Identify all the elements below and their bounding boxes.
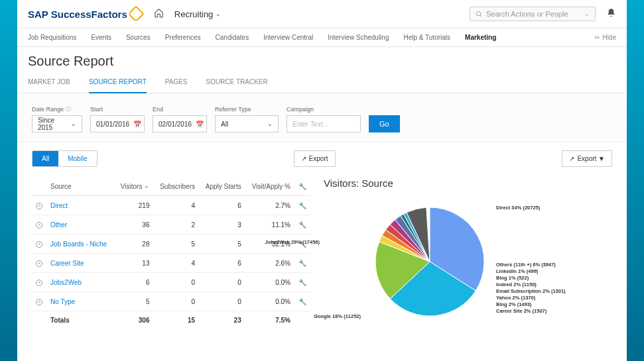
source-link[interactable]: No Type [46,292,115,311]
module-select[interactable]: Recruiting ⌄ [174,9,222,19]
chart-title: Visitors: Source [324,178,612,189]
notifications-icon[interactable] [606,8,616,21]
row-action[interactable]: 🔧 [294,215,310,234]
export-dropdown-button[interactable]: ↗ Export ▼ [562,150,612,167]
tab-source-report[interactable]: SOURCE REPORT [89,73,147,93]
global-header: SAP SuccessFactors Recruiting ⌄ Search A… [17,0,627,28]
col-source[interactable]: Source [46,178,115,196]
pill-all[interactable]: All [32,151,58,166]
row-action[interactable]: 🔧 [294,273,310,292]
cell-apply-starts: 5 [199,234,245,254]
expand-icon[interactable]: + [36,241,42,248]
totals-label: Totals [46,311,115,330]
collapse-icon [594,34,600,40]
source-link[interactable]: Jobs2Web [46,273,115,292]
cell-subscribers: 5 [153,234,199,254]
nav-marketing[interactable]: Marketing [465,34,496,41]
totals-apply-starts: 23 [199,311,245,330]
start-value: 01/01/2016 [96,121,129,128]
pie-label: Google 18% (11252) [314,313,361,319]
home-icon[interactable] [154,8,164,21]
col-visit-apply-pct[interactable]: Visit/Apply % [245,178,294,196]
logo-heart-icon [127,5,144,22]
col-subscribers[interactable]: Subscribers [153,178,199,196]
search-input[interactable]: Search Actions or People ⌄ [470,7,596,21]
pie-chart: Direct 34% (20725)Jobs2Web 29% (17456)Go… [324,195,576,341]
totals-pct: 7.5% [245,311,294,330]
row-action[interactable]: 🔧 [294,292,310,311]
cell-visitors: 36 [115,215,154,234]
cell-apply-starts: 3 [199,215,245,234]
source-link[interactable]: Job Boards - Niche [46,234,115,254]
pie-label: Direct 34% (20725) [496,205,540,211]
expand-icon[interactable]: + [36,260,42,267]
campaign-label: Campaign [287,106,361,113]
cell-apply-starts: 6 [199,254,245,273]
cell-subscribers: 0 [153,273,199,292]
go-button[interactable]: Go [369,115,400,132]
logo-text: SAP SuccessFactors [28,9,127,20]
table-row: +Other362311.1%🔧 [32,215,310,234]
device-filter: All Mobile [32,150,97,167]
cell-pct: 2.7% [245,196,294,215]
nav-candidates[interactable]: Candidates [216,34,249,41]
sub-tabs: MARKET JOB SOURCE REPORT PAGES SOURCE TR… [17,73,627,93]
top-nav: Job Requisitions Events Sources Preferen… [17,28,627,47]
referrer-type-select[interactable]: All ⌄ [215,115,279,132]
tab-source-tracker[interactable]: SOURCE TRACKER [206,73,268,93]
start-label: Start [90,106,145,113]
date-range-select[interactable]: Since 2015 ⌄ [32,115,82,132]
expand-icon[interactable]: + [36,280,42,286]
nav-preferences[interactable]: Preferences [165,34,201,41]
row-action[interactable]: 🔧 [294,254,310,273]
cell-visitors: 5 [115,292,154,311]
pie-label: Others (11th +) 6% (3947) [496,262,556,268]
date-range-label: Date Range ⓘ [32,105,82,113]
nav-help-tutorials[interactable]: Help & Tutorials [403,34,450,41]
tab-market-job[interactable]: MARKET JOB [28,73,70,93]
expand-icon[interactable]: + [36,203,42,209]
module-label: Recruiting [174,9,214,19]
expand-icon[interactable]: + [36,222,42,229]
table-row: +Jobs2Web6000.0%🔧 [32,273,310,292]
cell-visitors: 219 [115,196,154,215]
nav-interview-scheduling[interactable]: Interview Scheduling [328,34,389,41]
end-label: End [153,106,207,113]
source-link[interactable]: Direct [46,196,115,215]
campaign-input[interactable]: Enter Text... [287,115,361,132]
source-table: Source Visitors⏷ Subscribers Apply Start… [32,178,310,341]
tab-pages[interactable]: PAGES [165,73,188,93]
row-action[interactable]: 🔧 [294,196,310,215]
nav-events[interactable]: Events [91,34,111,41]
pie-label: Jobs2Web 29% (17456) [265,239,320,245]
cell-pct: 0.0% [245,292,294,311]
end-date-input[interactable]: 02/01/2016 📅 [153,115,207,132]
svg-line-1 [480,15,482,16]
cell-visitors: 6 [115,273,154,292]
export-button[interactable]: ↗ Export [294,150,336,167]
filter-bar: Date Range ⓘ Since 2015 ⌄ Start 01/01/20… [17,93,627,142]
source-link[interactable]: Career Site [46,254,115,273]
cell-pct: 0.0% [245,273,294,292]
date-range-value: Since 2015 [38,117,67,131]
start-date-input[interactable]: 01/01/2016 📅 [90,115,145,132]
totals-row: Totals30615237.5% [32,311,310,330]
pie-label: Email Subscription 2% (1301) [496,288,566,294]
chevron-down-icon: ⌄ [216,11,221,17]
col-actions: 🔧 [294,178,310,196]
totals-visitors: 306 [115,311,154,330]
pill-mobile[interactable]: Mobile [58,151,96,166]
cell-apply-starts: 0 [199,273,245,292]
nav-job-requisitions[interactable]: Job Requisitions [28,34,76,41]
export-icon: ↗ [301,155,306,162]
page-title: Source Report [17,47,627,73]
source-link[interactable]: Other [46,215,115,234]
nav-sources[interactable]: Sources [126,34,151,41]
cell-subscribers: 4 [153,196,199,215]
nav-interview-central[interactable]: Interview Central [263,34,313,41]
campaign-placeholder: Enter Text... [292,121,328,128]
hide-button[interactable]: Hide [594,34,616,41]
col-apply-starts[interactable]: Apply Starts [199,178,245,196]
col-visitors[interactable]: Visitors⏷ [115,178,154,196]
expand-icon[interactable]: + [36,299,42,305]
